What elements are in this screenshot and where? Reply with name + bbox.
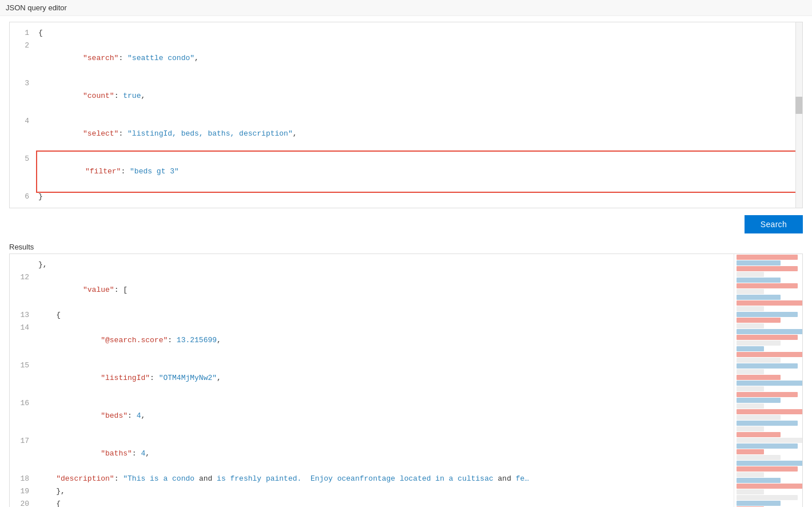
minimap-line [737,421,798,426]
results-content-12: "value": [ [38,271,802,309]
line-content-1: { [38,27,802,39]
minimap-line [737,352,802,357]
minimap-line [737,272,764,277]
minimap-line [737,455,781,460]
editor-line-5: 5 "filter": "beds gt 3" [10,153,802,191]
code-editor[interactable]: 1 { 2 "search": "seattle condo", 3 "coun… [10,22,802,208]
results-content-20: { [38,498,802,507]
minimap-line [737,461,802,466]
minimap-line [737,409,802,414]
results-line-18: 18 "description": "This is a condo and i… [10,473,802,485]
results-line-num-15: 15 [10,359,38,372]
editor-line-1: 1 { [10,27,802,39]
minimap-line [737,266,798,271]
minimap-line [737,375,781,380]
minimap-line [737,489,764,494]
minimap-line [737,306,764,311]
minimap-line [737,392,798,397]
minimap-line [737,484,802,489]
minimap-line [737,346,764,351]
minimap-line [737,323,764,328]
minimap-line [737,363,798,369]
search-button[interactable]: Search [745,215,803,233]
editor-title: JSON query editor [0,0,812,16]
results-content-15: "listingId": "OTM4MjMyNw2", [38,359,802,397]
results-line-num-12: 12 [10,271,38,284]
search-button-row: Search [0,208,812,240]
results-line-20: 20 { [10,498,802,507]
minimap-line [737,318,781,323]
results-line-num-19: 19 [10,485,38,498]
line-num-3: 3 [10,77,38,90]
scrollbar-thumb [795,97,802,114]
results-line-12: 12 "value": [ [10,271,802,309]
minimap-line [737,289,764,294]
minimap-line [737,369,764,374]
minimap-line [737,403,764,409]
minimap-line [737,495,798,500]
minimap-line [737,295,781,300]
results-line-13: 13 { [10,309,802,322]
results-partial-content: }, [38,259,802,271]
minimap-line [737,260,781,266]
line-content-5: "filter": "beds gt 3" [38,153,802,191]
results-content-19: }, [38,485,802,498]
results-section: }, 12 "value": [ 13 { 14 "@search.score"… [9,254,803,507]
minimap-line [737,472,764,477]
editor-line-3: 3 "count": true, [10,77,802,115]
results-line-16: 16 "beds": 4, [10,397,802,435]
minimap-line [737,501,781,506]
minimap-line [737,340,781,346]
line-content-4: "select": "listingId, beds, baths, descr… [38,115,802,153]
editor-line-6: 6 } [10,191,802,203]
minimap-line [737,283,798,288]
line-content-6: } [38,191,802,203]
minimap-line [737,415,781,420]
line-num-4: 4 [10,115,38,128]
results-line-num-18: 18 [10,473,38,485]
line-num-5: 5 [10,153,38,165]
minimap-line [737,278,781,283]
results-content-14: "@search.score": 13.215699, [38,322,802,359]
minimap-line [737,478,781,483]
results-line-num-14: 14 [10,322,38,334]
line-num-1: 1 [10,27,38,39]
line-content-3: "count": true, [38,77,802,115]
results-line-num-20: 20 [10,498,38,507]
minimap-line [737,432,781,437]
results-label: Results [9,240,803,254]
minimap-line [737,300,802,306]
minimap-line [737,381,802,386]
results-line-14: 14 "@search.score": 13.215699, [10,322,802,359]
editor-line-4: 4 "select": "listingId, beds, baths, des… [10,115,802,153]
minimap [734,254,802,507]
minimap-line [737,443,798,449]
results-line-num-16: 16 [10,397,38,410]
minimap-line [737,449,764,454]
minimap-line [737,426,764,431]
results-content-18: "description": "This is a condo and is f… [38,473,667,485]
results-content-16: "beds": 4, [38,397,802,435]
results-line-19: 19 }, [10,485,802,498]
minimap-line [737,335,798,340]
editor-scrollbar[interactable] [795,22,802,208]
minimap-line [737,255,798,260]
minimap-line [737,358,781,363]
results-line-partial: }, [10,259,802,271]
results-line-15: 15 "listingId": "OTM4MjMyNw2", [10,359,802,397]
minimap-line [737,312,798,317]
page-container: JSON query editor 1 { 2 "search": "seatt… [0,0,812,507]
minimap-line [737,386,764,391]
line-num-6: 6 [10,191,38,203]
minimap-line [737,329,802,334]
minimap-line [737,398,781,403]
results-line-num-13: 13 [10,309,38,322]
results-content[interactable]: }, 12 "value": [ 13 { 14 "@search.score"… [10,254,802,507]
minimap-line [737,438,802,443]
editor-line-2: 2 "search": "seattle condo", [10,39,802,77]
minimap-line [737,466,798,472]
results-content-17: "baths": 4, [38,435,802,473]
results-content-13: { [38,309,802,322]
results-line-num-17: 17 [10,435,38,447]
line-content-2: "search": "seattle condo", [38,39,802,77]
